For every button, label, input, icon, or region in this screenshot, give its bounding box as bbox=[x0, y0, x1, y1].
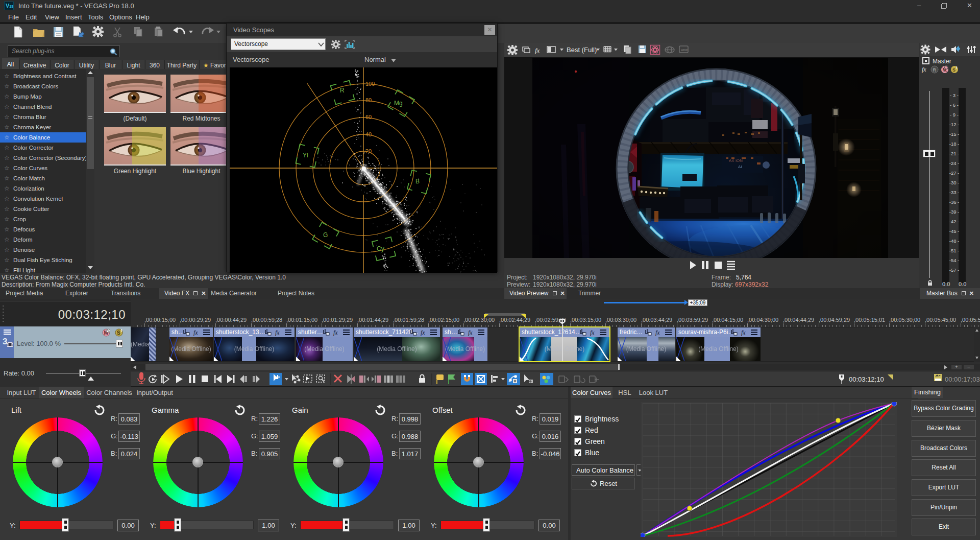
svg-text:Yl: Yl bbox=[303, 152, 308, 159]
svg-text:G: G bbox=[323, 231, 328, 239]
svg-text:fx: fx bbox=[468, 329, 473, 336]
svg-text:fx: fx bbox=[275, 329, 280, 336]
svg-text:fx: fx bbox=[741, 329, 746, 336]
svg-text:fx: fx bbox=[922, 66, 926, 73]
svg-text:R: R bbox=[933, 67, 937, 73]
svg-text:fx: fx bbox=[655, 329, 660, 336]
svg-text:Cy: Cy bbox=[377, 245, 384, 252]
svg-text:HDR: HDR bbox=[681, 49, 688, 52]
svg-text:S: S bbox=[117, 330, 120, 336]
svg-text:!: ! bbox=[121, 328, 122, 333]
svg-text:fx: fx bbox=[193, 329, 198, 336]
svg-text:fx: fx bbox=[421, 329, 425, 336]
svg-text:B: B bbox=[415, 178, 420, 185]
svg-text:R: R bbox=[340, 87, 345, 94]
svg-text:80: 80 bbox=[365, 97, 372, 103]
svg-text:fx: fx bbox=[333, 329, 338, 336]
svg-text:fx: fx bbox=[590, 329, 595, 336]
svg-text:fx: fx bbox=[535, 46, 540, 54]
svg-text:100: 100 bbox=[365, 81, 375, 87]
svg-text:Mg: Mg bbox=[394, 100, 403, 107]
svg-text:40: 40 bbox=[365, 131, 372, 137]
svg-text:60: 60 bbox=[365, 114, 372, 120]
